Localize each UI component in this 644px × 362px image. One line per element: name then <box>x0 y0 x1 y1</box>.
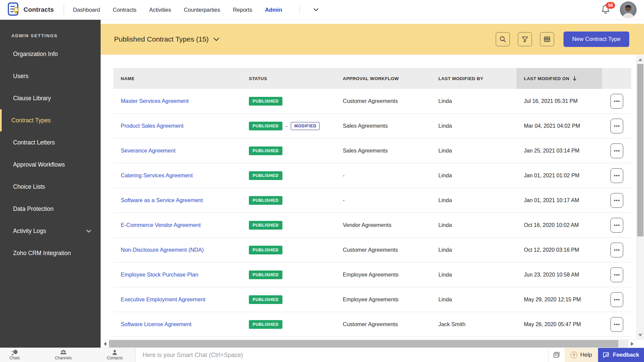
table-header-row: NAMESTATUSAPPROVAL WORKFLOWLAST MODIFIED… <box>113 68 631 89</box>
view-selector[interactable]: Published Contract Types (15) <box>114 35 219 43</box>
contract-name-link[interactable]: Software as a Service Agreement <box>121 197 203 203</box>
feedback-button[interactable]: Feedback <box>598 348 644 362</box>
nav-item-reports[interactable]: Reports <box>233 7 252 13</box>
modified-by-cell: Linda <box>438 98 452 104</box>
workflow-cell: Vendor Agreements <box>343 222 391 228</box>
column-header-name[interactable]: NAME <box>113 68 241 89</box>
contract-name-link[interactable]: Product Sales Agreement <box>121 123 183 129</box>
column-header-last-modified-on[interactable]: LAST MODIFIED ON <box>517 68 602 89</box>
contract-name-link[interactable]: E-Commerce Vendor Agreement <box>121 222 201 228</box>
ellipsis-icon <box>614 249 620 251</box>
modified-on-cell: Mar 04, 2021 04:02 PM <box>524 123 580 129</box>
row-actions-button[interactable] <box>610 218 623 233</box>
table-view-button[interactable] <box>540 32 554 46</box>
contract-name-link[interactable]: Executive Employment Agreement <box>121 296 205 303</box>
sidebar-item-organization-info[interactable]: Organization Info <box>0 43 101 65</box>
filter-button[interactable] <box>518 32 532 46</box>
status-badge-published: PUBLISHED <box>249 246 282 254</box>
horizontal-scrollbar[interactable] <box>101 340 636 348</box>
chat-windows-button[interactable] <box>548 348 565 362</box>
scroll-up-arrow[interactable] <box>637 56 644 63</box>
modified-on-cell: Jan 01, 2021 01:02 PM <box>524 173 579 179</box>
chat-windows-icon <box>553 352 560 358</box>
nav-item-admin[interactable]: Admin <box>265 7 282 13</box>
top-navbar: Contracts Dashboard Contracts Activities… <box>0 0 644 20</box>
row-actions-button[interactable] <box>610 292 623 307</box>
column-header-last-modified-by[interactable]: LAST MODIFIED BY <box>431 68 517 89</box>
contract-name-link[interactable]: Severance Agreement <box>121 147 175 154</box>
nav-item-activities[interactable]: Activities <box>149 7 171 13</box>
notifications-bell[interactable]: 56 <box>601 4 611 15</box>
sidebar-item-activity-logs[interactable]: Activity Logs <box>0 220 101 242</box>
sort-descending-icon <box>573 76 577 81</box>
sidebar-item-contract-types[interactable]: Contract Types <box>0 109 101 131</box>
chats-button[interactable]: Chats <box>9 350 20 360</box>
vertical-scrollbar[interactable] <box>636 55 644 340</box>
nav-item-counterparties[interactable]: Counterparties <box>184 7 220 13</box>
workflow-cell: Employee Agreements <box>343 296 398 303</box>
contract-name-link[interactable]: Employee Stock Purchase Plan <box>121 272 198 278</box>
vertical-scroll-thumb[interactable] <box>637 64 643 236</box>
sidebar-item-choice-lists[interactable]: Choice Lists <box>0 176 101 198</box>
modified-on-cell: Oct 12, 2020 03:16 PM <box>524 247 579 253</box>
table-row: Executive Employment AgreementPUBLISHEDE… <box>113 287 631 312</box>
table-row: Software as a Service AgreementPUBLISHED… <box>113 188 631 213</box>
sidebar-footer-strip <box>0 340 101 348</box>
modified-by-cell: Linda <box>438 296 452 303</box>
notification-count-badge: 56 <box>606 2 615 9</box>
modified-by-cell: Linda <box>438 147 452 154</box>
column-header-approval-workflow[interactable]: APPROVAL WORKFLOW <box>335 68 431 89</box>
row-actions-button[interactable] <box>610 94 623 109</box>
row-actions-button[interactable] <box>610 267 623 282</box>
horizontal-scroll-track[interactable] <box>109 340 628 348</box>
column-header-status[interactable]: STATUS <box>241 68 335 89</box>
scroll-down-arrow[interactable] <box>637 331 644 339</box>
nav-item-contracts[interactable]: Contracts <box>113 7 137 13</box>
row-actions-button[interactable] <box>610 243 623 257</box>
row-actions-button[interactable] <box>610 119 623 133</box>
ellipsis-icon <box>614 274 620 276</box>
modified-by-cell: Linda <box>438 197 452 203</box>
status-badge-published: PUBLISHED <box>249 270 282 279</box>
modified-on-cell: May 26, 2020 05:47 PM <box>524 321 581 327</box>
nav-more-chevron-icon[interactable] <box>313 8 319 11</box>
nav-item-dashboard[interactable]: Dashboard <box>73 7 100 13</box>
view-chevron-down-icon <box>213 38 219 41</box>
contract-name-link[interactable]: Software License Agreement <box>121 321 192 327</box>
sidebar-item-users[interactable]: Users <box>0 65 101 87</box>
user-avatar[interactable] <box>620 1 637 18</box>
brand-name: Contracts <box>23 6 54 13</box>
smart-chat-placeholder: Here is your Smart Chat (Ctrl+Space) <box>143 352 243 359</box>
new-contract-type-button[interactable]: New Contract Type <box>564 32 629 47</box>
ellipsis-icon <box>614 224 620 226</box>
sidebar-item-contract-letters[interactable]: Contract Letters <box>0 131 101 154</box>
sidebar-item-data-protection[interactable]: Data Protection <box>0 198 101 220</box>
status-badge-published: PUBLISHED <box>249 320 282 329</box>
scroll-left-arrow[interactable] <box>101 340 109 348</box>
scroll-right-arrow[interactable] <box>628 340 636 348</box>
sidebar-item-zoho-crm-integration[interactable]: Zoho CRM Integration <box>0 242 101 264</box>
row-actions-button[interactable] <box>610 143 623 158</box>
help-button[interactable]: ? Help <box>565 348 598 362</box>
feedback-icon <box>603 352 610 358</box>
search-button[interactable] <box>496 32 510 46</box>
row-actions-button[interactable] <box>610 193 623 208</box>
smart-chat-input[interactable]: Here is your Smart Chat (Ctrl+Space) <box>136 348 548 362</box>
status-badge-published: PUBLISHED <box>249 122 282 130</box>
row-actions-button[interactable] <box>610 168 623 183</box>
channels-button[interactable]: Channels <box>55 350 72 360</box>
contacts-button[interactable]: Contacts <box>107 350 123 360</box>
horizontal-scroll-thumb[interactable] <box>109 340 618 347</box>
search-icon <box>499 36 506 43</box>
contract-name-link[interactable]: Catering Services Agreement <box>121 172 193 179</box>
modified-on-cell: Jan 01, 2021 10:17 AM <box>524 197 579 203</box>
table-icon <box>543 36 551 43</box>
contract-name-link[interactable]: Master Services Agreement <box>121 98 189 104</box>
contract-name-link[interactable]: Non-Disclosure Agreement (NDA) <box>121 247 204 253</box>
row-actions-button[interactable] <box>610 317 623 332</box>
brand-logo[interactable]: Contracts <box>7 2 54 17</box>
filter-icon <box>521 36 529 43</box>
sidebar-item-clause-library[interactable]: Clause Library <box>0 87 101 109</box>
table-row: Employee Stock Purchase PlanPUBLISHEDEmp… <box>113 262 631 287</box>
sidebar-item-approval-workflows[interactable]: Approval Workflows <box>0 154 101 176</box>
